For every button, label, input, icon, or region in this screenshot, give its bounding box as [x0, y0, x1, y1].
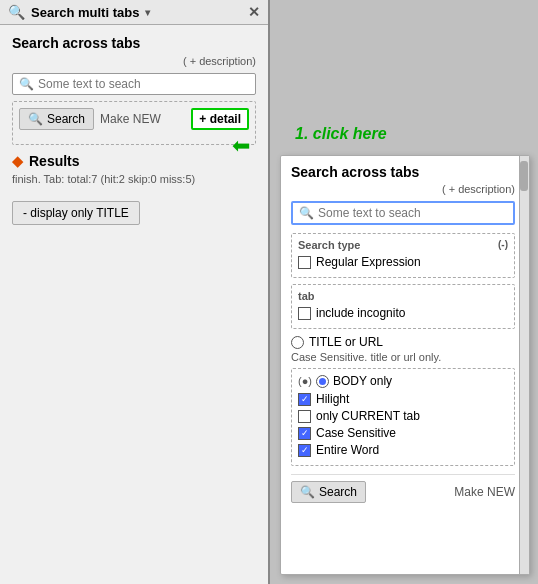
left-search-row: 🔍 Search Make NEW + detail	[19, 108, 249, 130]
results-title-label: Results	[29, 153, 80, 169]
entire-word-checkbox[interactable]	[298, 444, 311, 457]
titlebar-left: 🔍 Search multi tabs ▾	[8, 4, 150, 20]
case-sensitive-body-label: Case Sensitive	[316, 426, 396, 440]
tab-section: tab include incognito	[291, 284, 515, 329]
diamond-icon: ◆	[12, 153, 23, 169]
scrollbar-thumb	[520, 161, 528, 191]
include-incognito-checkbox[interactable]	[298, 307, 311, 320]
right-search-input[interactable]	[318, 206, 507, 220]
case-sensitive-body-row: ✓ Case Sensitive	[298, 426, 508, 440]
left-search-button[interactable]: 🔍 Search	[19, 108, 94, 130]
body-only-radio[interactable]	[316, 375, 329, 388]
panel-titlebar: 🔍 Search multi tabs ▾ ✕	[0, 0, 268, 25]
right-bottom-row: 🔍 Search Make NEW	[291, 474, 515, 503]
left-make-new-button[interactable]: Make NEW	[100, 112, 161, 126]
regular-expression-checkbox[interactable]	[298, 256, 311, 269]
search-multi-icon: 🔍	[8, 4, 25, 20]
body-only-section: (●) BODY only Hilight only CURRENT tab ✓…	[291, 368, 515, 466]
right-panel-content: Search across tabs ( + description) 🔍 Se…	[281, 156, 529, 511]
right-description-link[interactable]: ( + description)	[291, 183, 515, 195]
regular-expression-label: Regular Expression	[316, 255, 421, 269]
only-current-tab-checkbox[interactable]	[298, 410, 311, 423]
title-or-url-label: TITLE or URL	[309, 335, 383, 349]
search-type-section: Search type (-) Regular Expression	[291, 233, 515, 278]
left-detail-button[interactable]: + detail	[191, 108, 249, 130]
right-panel: Search across tabs ( + description) 🔍 Se…	[280, 155, 530, 575]
left-search-btn-icon: 🔍	[28, 112, 43, 126]
body-only-label: BODY only	[333, 374, 392, 388]
click-here-annotation: 1. click here	[295, 125, 387, 143]
regular-expression-row: Regular Expression	[298, 255, 508, 269]
search-type-header: Search type (-)	[298, 239, 508, 251]
right-search-btn-icon: 🔍	[300, 485, 315, 499]
search-type-label: Search type	[298, 239, 360, 251]
left-search-input-wrap: 🔍	[12, 73, 256, 95]
body-only-header: (●) BODY only	[298, 374, 508, 388]
case-sensitive-note: Case Sensitive. title or url only.	[291, 351, 515, 363]
results-title: ◆ Results	[12, 153, 256, 169]
body-expand-icon[interactable]: (●)	[298, 375, 312, 387]
only-current-tab-row: only CURRENT tab	[298, 409, 508, 423]
right-search-icon: 🔍	[299, 206, 314, 220]
include-incognito-row: include incognito	[298, 306, 508, 320]
close-button[interactable]: ✕	[248, 4, 260, 20]
right-search-button[interactable]: 🔍 Search	[291, 481, 366, 503]
right-make-new-label: Make NEW	[454, 485, 515, 499]
entire-word-row: Entire Word	[298, 443, 508, 457]
panel-title: Search multi tabs	[31, 5, 139, 20]
include-incognito-label: include incognito	[316, 306, 405, 320]
tab-header: tab	[298, 290, 508, 302]
results-info: finish. Tab: total:7 (hit:2 skip:0 miss:…	[12, 173, 256, 185]
right-section-title: Search across tabs	[291, 164, 515, 180]
entire-word-label: Entire Word	[316, 443, 379, 457]
title-or-url-radio[interactable]	[291, 336, 304, 349]
right-scrollbar[interactable]	[519, 156, 529, 574]
left-description-link[interactable]: ( + description)	[12, 55, 256, 67]
search-type-collapse-btn[interactable]: (-)	[498, 239, 508, 250]
results-section: ◆ Results finish. Tab: total:7 (hit:2 sk…	[12, 153, 256, 225]
case-sensitive-body-checkbox[interactable]: ✓	[298, 427, 311, 440]
left-search-input[interactable]	[38, 77, 249, 91]
click-here-arrow-icon: ⬅	[232, 133, 250, 159]
only-current-tab-label: only CURRENT tab	[316, 409, 420, 423]
left-panel: 🔍 Search multi tabs ▾ ✕ Search across ta…	[0, 0, 270, 584]
right-search-input-wrap: 🔍	[291, 201, 515, 225]
hilight-label: Hilight	[316, 392, 349, 406]
left-section-title: Search across tabs	[12, 35, 256, 51]
tab-label: tab	[298, 290, 315, 302]
hilight-row: Hilight	[298, 392, 508, 406]
left-panel-content: Search across tabs ( + description) 🔍 🔍 …	[0, 25, 268, 235]
left-search-btn-label: Search	[47, 112, 85, 126]
left-search-icon: 🔍	[19, 77, 34, 91]
display-title-button[interactable]: - display only TITLE	[12, 201, 140, 225]
hilight-checkbox[interactable]	[298, 393, 311, 406]
dropdown-arrow-icon[interactable]: ▾	[145, 7, 150, 18]
left-search-dashed-box: 🔍 Search Make NEW + detail	[12, 101, 256, 145]
right-search-btn-label: Search	[319, 485, 357, 499]
title-or-url-row: TITLE or URL	[291, 335, 515, 349]
